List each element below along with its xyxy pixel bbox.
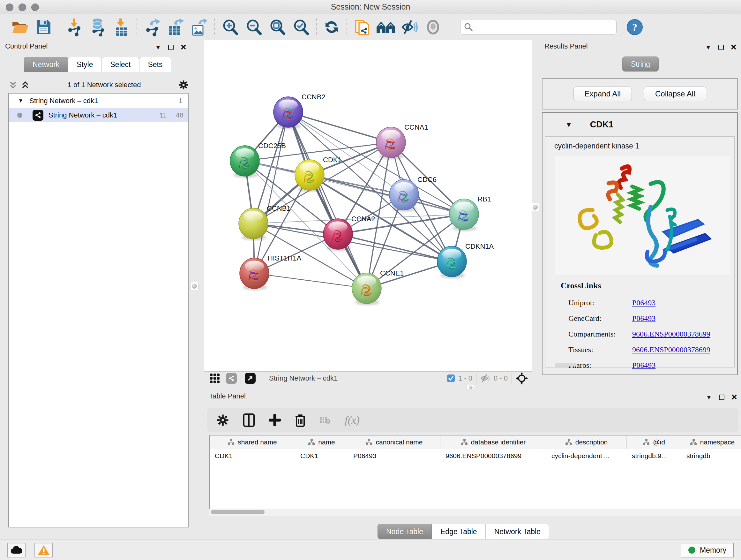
crosslink-link[interactable]: P06493 — [632, 361, 656, 370]
collapse-all-button[interactable]: Collapse All — [644, 86, 706, 101]
column-header-description[interactable]: description — [546, 435, 627, 449]
fit-target-icon[interactable] — [516, 372, 528, 384]
birdseye-view-icon[interactable] — [245, 373, 256, 384]
table-hscroll-thumb[interactable] — [211, 510, 265, 514]
tab-network-table[interactable]: Network Table — [486, 524, 549, 539]
cell: P06493 — [348, 449, 441, 462]
crosslink-label: Uniprot: — [568, 299, 632, 307]
tab-sets[interactable]: Sets — [139, 57, 171, 72]
export-network-icon — [144, 18, 161, 37]
selected-checkbox-icon[interactable] — [447, 374, 455, 382]
panel-close-icon[interactable]: × — [731, 44, 737, 51]
node-CDC6[interactable]: CDC6 — [389, 176, 436, 212]
save-session-button[interactable] — [32, 17, 56, 37]
copy-network-button[interactable] — [350, 17, 374, 37]
column-header-namespace[interactable]: namespace — [681, 435, 741, 449]
column-header--id[interactable]: @id — [627, 435, 681, 449]
panel-float-icon[interactable] — [168, 45, 174, 50]
left-splitter-handle[interactable] — [190, 282, 199, 290]
cloud-button[interactable] — [7, 543, 25, 557]
node-CDC25B[interactable]: CDC25B — [230, 142, 286, 178]
add-column-icon[interactable] — [269, 414, 281, 426]
expand-all-button[interactable]: Expand All — [574, 86, 632, 101]
column-header-name[interactable]: name — [295, 435, 348, 449]
table-hscrollbar[interactable] — [209, 509, 741, 516]
column-header-shared-name[interactable]: shared name — [210, 435, 295, 449]
export-network-button[interactable] — [140, 17, 164, 37]
export-image-icon — [191, 18, 208, 37]
column-type-icon — [565, 439, 572, 445]
node-CDK1[interactable]: CDK1 — [295, 156, 342, 192]
show-all-button[interactable] — [421, 17, 445, 37]
tab-select[interactable]: Select — [102, 57, 139, 72]
edge-CCNB2-HIST1H1A[interactable] — [254, 112, 288, 273]
zoom-fit-button[interactable] — [266, 17, 289, 37]
gene-collapse-icon[interactable]: ▼ — [565, 121, 572, 128]
crosslink-link[interactable]: 9606.ENSP00000378699 — [632, 330, 711, 338]
crosslink-link[interactable]: P06493 — [632, 299, 656, 307]
grid-view-icon[interactable] — [209, 373, 220, 384]
network-collection-row[interactable]: ▼ String Network – cdk1 1 — [9, 94, 188, 108]
export-table-button[interactable] — [164, 17, 188, 37]
edge-CCNB2-CCNA1[interactable] — [288, 112, 391, 142]
expand-all-icon[interactable] — [20, 80, 30, 90]
crosslink-link[interactable]: 9606.ENSP00000378699 — [632, 346, 711, 354]
zoom-in-button[interactable] — [218, 17, 242, 37]
panel-menu-icon[interactable]: ▼ — [706, 394, 712, 400]
memory-button[interactable]: Memory — [681, 543, 734, 557]
gene-section-header[interactable]: ▼ CDK1 — [542, 113, 737, 136]
tab-style[interactable]: Style — [68, 57, 102, 72]
import-table-button[interactable] — [110, 17, 133, 37]
hidden-eye-slash-icon[interactable] — [480, 374, 490, 382]
network-options-gear-icon[interactable] — [179, 80, 189, 90]
panel-menu-icon[interactable]: ▼ — [155, 44, 161, 51]
tab-edge-table[interactable]: Edge Table — [432, 524, 486, 539]
first-neighbors-button[interactable] — [374, 17, 398, 37]
panel-close-icon[interactable]: × — [181, 44, 186, 51]
panel-float-icon[interactable] — [719, 395, 724, 400]
crosslinks-heading: CrossLinks — [561, 281, 601, 291]
network-canvas[interactable]: CCNB2CCNA1CDC25BCDK1CDC6RB1CCNB1CCNA2CDK… — [204, 40, 532, 371]
crosslink-link[interactable]: P06493 — [632, 314, 656, 323]
search-input[interactable] — [473, 23, 607, 31]
panel-float-icon[interactable] — [718, 45, 724, 50]
node-CCNB2[interactable]: CCNB2 — [273, 93, 326, 129]
import-network-database-button[interactable] — [86, 17, 110, 37]
panel-menu-icon[interactable]: ▼ — [705, 44, 711, 51]
help-button[interactable]: ? — [623, 17, 647, 37]
collapse-all-icon[interactable] — [8, 80, 18, 90]
network-share-view-icon[interactable] — [226, 373, 237, 384]
node-label-CCNA2: CCNA2 — [351, 215, 375, 223]
application-window: Session: New Session — [0, 0, 741, 560]
refresh-layout-button[interactable] — [320, 17, 343, 37]
hide-selected-button[interactable] — [398, 17, 421, 37]
table-row[interactable]: CDK1CDK1P064939606.ENSP00000378699cyclin… — [210, 449, 741, 462]
tab-network[interactable]: Network — [24, 57, 68, 72]
import-network-file-button[interactable] — [63, 17, 86, 37]
open-session-button[interactable] — [8, 17, 32, 37]
warnings-button[interactable] — [35, 543, 53, 557]
delete-column-icon[interactable] — [295, 414, 306, 427]
network-row[interactable]: String Network – cdk1 11 48 — [9, 108, 188, 122]
export-image-button[interactable] — [188, 17, 211, 37]
tab-string[interactable]: String — [622, 57, 659, 71]
column-header-canonical-name[interactable]: canonical name — [348, 435, 441, 449]
node-HIST1H1A[interactable]: HIST1H1A — [240, 254, 301, 290]
zoom-selected-button[interactable] — [289, 17, 313, 37]
node-RB1[interactable]: RB1 — [449, 195, 491, 231]
results-hscroll-stub[interactable] — [555, 363, 576, 367]
table-panel-title: Table Panel — [209, 392, 246, 400]
zoom-in-icon — [221, 18, 239, 36]
collection-expand-icon[interactable]: ▼ — [16, 98, 25, 104]
column-header-database-identifier[interactable]: database identifier — [441, 435, 546, 449]
node-CDKN1A[interactable]: CDKN1A — [437, 242, 494, 278]
tab-node-table[interactable]: Node Table — [378, 524, 432, 539]
zoom-out-button[interactable] — [242, 17, 266, 37]
panel-close-icon[interactable]: × — [731, 393, 737, 401]
select-columns-icon[interactable] — [243, 414, 255, 427]
table-options-gear-icon[interactable] — [216, 414, 229, 427]
horizontal-splitter-handle[interactable] — [467, 385, 475, 390]
node-CCNE1[interactable]: CCNE1 — [352, 269, 404, 305]
window-title: Session: New Session — [0, 2, 741, 11]
edge-CCNE1-HIST1H1A[interactable] — [254, 273, 367, 288]
